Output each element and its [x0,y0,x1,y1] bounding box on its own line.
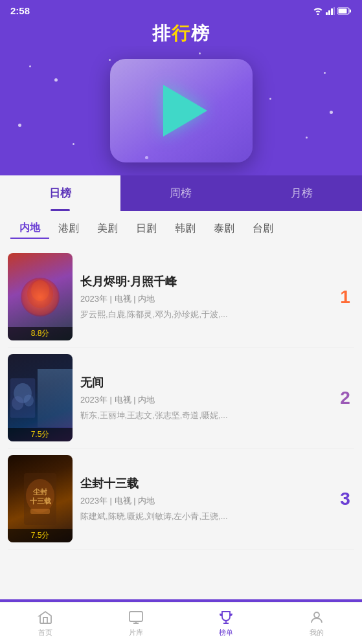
hero-section [0,46,362,175]
list-item[interactable]: 尘封 十三载 7.5分 尘封十三载 2023年 | 电视 | 内地 陈建斌,陈晓… [8,449,354,550]
thumbnail-wrap-3: 尘封 十三载 7.5分 [8,455,73,542]
bottom-nav: 首页 片库 榜单 我的 [0,602,362,644]
item-title-2: 无间 [80,375,328,390]
rank-number-2: 2 [336,388,354,408]
nav-home[interactable]: 首页 [0,603,91,644]
svg-rect-1 [328,10,330,15]
category-us[interactable]: 美剧 [88,219,127,238]
category-kr[interactable]: 韩剧 [166,219,205,238]
thumbnail-wrap-2: 7.5分 [8,354,73,441]
item-meta-1: 2023年 | 电视 | 内地 [80,293,328,305]
svg-rect-5 [339,8,347,13]
svg-text:十三载: 十三载 [30,497,51,505]
item-info-1: 长月烬明·月照千峰 2023年 | 电视 | 内地 罗云熙,白鹿,陈都灵,邓为,… [80,274,328,320]
nav-profile-label: 我的 [310,628,324,638]
signal-icon [326,7,335,15]
score-badge-3: 7.5分 [8,529,73,542]
status-bar: 2:58 [0,0,362,19]
item-cast-2: 靳东,王丽坤,王志文,张志坚,奇道,嗫妮,... [80,410,328,421]
nav-home-label: 首页 [38,628,52,638]
ranking-list: 8.8分 长月烬明·月照千峰 2023年 | 电视 | 内地 罗云熙,白鹿,陈都… [0,247,362,550]
nav-profile[interactable]: 我的 [271,603,362,644]
svg-point-15 [26,479,54,513]
hero-play-box[interactable] [110,59,253,162]
categories-bar: 内地 港剧 美剧 日剧 韩剧 泰剧 台剧 [0,211,362,247]
svg-point-20 [314,612,319,617]
nav-library[interactable]: 片库 [91,603,181,644]
nav-ranking-label: 榜单 [219,628,233,638]
category-tw[interactable]: 台剧 [243,219,282,238]
item-meta-2: 2023年 | 电视 | 内地 [80,394,328,406]
score-badge-1: 8.8分 [8,327,73,340]
svg-point-12 [12,395,23,410]
svg-rect-16 [30,509,50,514]
list-item[interactable]: 7.5分 无间 2023年 | 电视 | 内地 靳东,王丽坤,王志文,张志坚,奇… [8,348,354,449]
item-info-3: 尘封十三载 2023年 | 电视 | 内地 陈建斌,陈晓,嗫妮,刘敏涛,左小青,… [80,476,328,522]
rank-number-3: 3 [336,489,354,509]
svg-point-7 [22,279,58,315]
play-icon [163,85,207,137]
wifi-icon [313,7,323,15]
svg-rect-6 [350,9,351,12]
rank-number-1: 1 [336,287,354,307]
thumb-art-3: 尘封 十三载 [21,470,60,528]
title-highlight: 行 [172,23,191,43]
user-icon [308,609,325,626]
category-hk[interactable]: 港剧 [49,219,88,238]
tab-monthly[interactable]: 月榜 [242,175,362,211]
score-badge-2: 7.5分 [8,428,73,441]
svg-rect-0 [326,12,328,15]
tv-icon [128,609,144,626]
svg-rect-3 [334,7,335,15]
svg-rect-2 [331,8,333,15]
nav-library-label: 片库 [129,628,143,638]
page-title: 排行榜 [0,21,362,46]
category-jp[interactable]: 日剧 [127,219,166,238]
tab-daily[interactable]: 日榜 [0,175,120,211]
content-area: 内地 港剧 美剧 日剧 韩剧 泰剧 台剧 8.8分 [0,211,362,599]
tab-weekly[interactable]: 周榜 [120,175,241,211]
list-item[interactable]: 8.8分 长月烬明·月照千峰 2023年 | 电视 | 内地 罗云熙,白鹿,陈都… [8,247,354,348]
nav-ranking[interactable]: 榜单 [181,603,272,644]
category-th[interactable]: 泰剧 [205,219,243,238]
trophy-icon [218,609,234,626]
svg-text:尘封: 尘封 [33,488,47,496]
status-icons [313,7,352,15]
thumbnail-wrap-1: 8.8分 [8,253,73,340]
thumb-art-1 [21,278,60,316]
svg-point-8 [27,280,53,308]
battery-icon [337,7,352,15]
item-info-2: 无间 2023年 | 电视 | 内地 靳东,王丽坤,王志文,张志坚,奇道,嗫妮,… [80,375,328,421]
item-title-1: 长月烬明·月照千峰 [80,274,328,289]
item-cast-3: 陈建斌,陈晓,嗫妮,刘敏涛,左小青,王骁,... [80,511,328,522]
svg-rect-19 [130,612,142,621]
svg-point-9 [31,280,49,301]
item-meta-3: 2023年 | 电视 | 内地 [80,495,328,507]
home-icon [37,609,54,626]
category-mainland[interactable]: 内地 [10,219,49,239]
item-title-3: 尘封十三载 [80,476,328,491]
tabs-container: 日榜 周榜 月榜 [0,175,362,211]
time: 2:58 [10,5,30,16]
svg-point-13 [24,394,34,406]
item-cast-1: 罗云熙,白鹿,陈都灵,邓为,孙珍妮,于波,... [80,309,328,320]
header: 排行榜 [0,19,362,46]
thumb-art-2 [8,369,38,427]
